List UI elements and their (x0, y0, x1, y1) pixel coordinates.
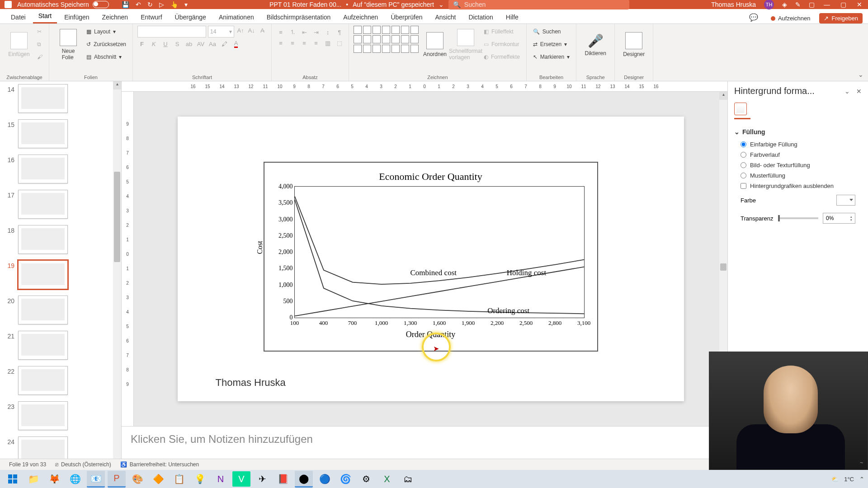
justify-icon[interactable]: ≡ (311, 38, 321, 47)
tab-animations[interactable]: Animationen (213, 11, 259, 23)
pen-icon[interactable]: ✎ (795, 1, 801, 8)
slide-canvas[interactable]: Economic Order Quantity Cost 05001,0001,… (134, 92, 727, 426)
shape-outline-button[interactable]: ▭Formkontur (482, 38, 522, 50)
window-icon[interactable]: ▢ (809, 1, 815, 8)
dictate-button[interactable]: 🎤Diktieren (581, 26, 610, 64)
weather-temp[interactable]: 1°C (844, 476, 854, 483)
tab-start[interactable]: Start (33, 9, 57, 23)
columns-icon[interactable]: ▥ (323, 38, 332, 47)
bullets-icon[interactable]: ≡ (276, 28, 285, 37)
new-slide-button[interactable]: Neue Folie (54, 26, 83, 64)
color-picker[interactable] (836, 195, 855, 206)
app-icon-5[interactable]: 📕 (274, 471, 292, 487)
tab-insert[interactable]: Einfügen (59, 11, 94, 23)
collapse-ribbon-icon[interactable]: ⌄ (858, 71, 863, 78)
arrange-button[interactable]: Anordnen (420, 26, 449, 64)
share-button[interactable]: ↗Freigeben (819, 13, 863, 23)
undo-icon[interactable]: ↶ (136, 1, 141, 8)
spacing-icon[interactable]: AV (196, 39, 205, 48)
vlc-icon[interactable]: 🔶 (149, 471, 167, 487)
tab-design[interactable]: Entwurf (135, 11, 167, 23)
copy-button[interactable]: ⧉ (35, 38, 44, 50)
comments-icon[interactable]: 💬 (745, 11, 762, 23)
firefox-icon[interactable]: 🦊 (45, 471, 63, 487)
status-slide-number[interactable]: Folie 19 von 33 (5, 461, 51, 468)
italic-icon[interactable]: K (149, 39, 158, 48)
diamond-icon[interactable]: ◈ (782, 1, 787, 8)
font-family-input[interactable] (137, 26, 206, 38)
smartart-icon[interactable]: ⬚ (335, 38, 344, 47)
slide-thumb-14[interactable]: 14 (4, 84, 112, 113)
slide-thumb-21[interactable]: 21 (4, 331, 112, 360)
pane-options-icon[interactable]: ⌄ (844, 88, 850, 95)
opt-hide-graphics[interactable]: Hintergrundgrafiken ausblenden (734, 181, 862, 191)
minimize-button[interactable]: — (823, 0, 831, 9)
user-avatar[interactable]: TH (764, 0, 774, 9)
transparency-input[interactable]: 0%▴▾ (823, 213, 855, 224)
powerpoint-icon[interactable]: P (108, 471, 126, 488)
section-button[interactable]: ▤Abschnitt▾ (85, 51, 128, 63)
app-icon-4[interactable]: V (232, 471, 250, 487)
highlight-icon[interactable]: 🖍 (220, 39, 229, 48)
pane-close-icon[interactable]: ✕ (856, 88, 862, 95)
app-icon-6[interactable]: 🔵 (316, 471, 334, 487)
maximize-button[interactable]: ▢ (839, 0, 847, 9)
settings-icon[interactable]: ⚙ (357, 471, 375, 487)
opt-solid-fill[interactable]: Einfarbige Füllung (734, 139, 862, 150)
case-icon[interactable]: Aa (208, 39, 217, 48)
paste-button[interactable]: Einfügen (5, 26, 33, 64)
outdent-icon[interactable]: ⇤ (300, 28, 309, 37)
tab-help[interactable]: Hilfe (500, 11, 524, 23)
font-color-icon[interactable]: A (231, 39, 241, 48)
slide-thumb-15[interactable]: 15 (4, 119, 112, 148)
opt-gradient-fill[interactable]: Farbverlauf (734, 150, 862, 160)
app-icon-3[interactable]: 💡 (191, 471, 209, 487)
underline-icon[interactable]: U (161, 39, 170, 48)
numbering-icon[interactable]: ⒈ (288, 28, 297, 37)
opt-picture-fill[interactable]: Bild- oder Texturfüllung (734, 160, 862, 170)
slide-thumb-19[interactable]: 19 (4, 260, 112, 289)
cut-button[interactable]: ✂ (35, 26, 44, 38)
scroll-thumb[interactable] (720, 263, 726, 271)
scroll-up-icon[interactable]: ▴ (719, 92, 727, 100)
tab-transitions[interactable]: Übergänge (170, 11, 212, 23)
obs-icon[interactable]: ⬤ (295, 471, 313, 488)
scroll-thumb[interactable] (114, 172, 120, 262)
search-box[interactable]: 🔍 Suchen (448, 0, 629, 9)
find-button[interactable]: 🔍Suchen (531, 26, 571, 38)
qat-more-icon[interactable]: ▾ (184, 1, 188, 8)
chrome-icon[interactable]: 🌐 (66, 471, 84, 487)
slide-thumb-22[interactable]: 22 (4, 366, 112, 395)
telegram-icon[interactable]: ✈ (253, 471, 271, 487)
layout-button[interactable]: ▦Layout▾ (85, 26, 128, 38)
close-button[interactable]: ✕ (855, 0, 863, 9)
slide-thumb-18[interactable]: 18 (4, 225, 112, 254)
start-button[interactable] (4, 471, 22, 487)
from-beginning-icon[interactable]: ▷ (159, 1, 164, 8)
excel-icon[interactable]: X (378, 471, 396, 487)
shapes-gallery[interactable] (354, 26, 419, 53)
clear-format-icon[interactable]: A̶ (258, 26, 267, 35)
explorer-icon[interactable]: 📁 (24, 471, 42, 487)
scroll-up-icon[interactable]: ▴ (113, 81, 121, 89)
align-right-icon[interactable]: ≡ (300, 38, 309, 47)
slide-thumb-16[interactable]: 16 (4, 155, 112, 183)
onenote-icon[interactable]: N (212, 471, 230, 487)
shrink-font-icon[interactable]: A↓ (247, 26, 256, 35)
thumbs-scrollbar[interactable]: ▴ ▾ (113, 81, 121, 473)
slide-thumb-17[interactable]: 17 (4, 190, 112, 219)
app-icon-8[interactable]: 🗂 (399, 471, 417, 487)
outlook-icon[interactable]: 📧 (87, 471, 105, 488)
tab-record[interactable]: Aufzeichnen (338, 11, 383, 23)
shape-effects-button[interactable]: ◐Formeffekte (482, 51, 522, 63)
save-icon[interactable]: 💾 (122, 1, 129, 8)
app-icon-1[interactable]: 🎨 (128, 471, 146, 487)
tab-review[interactable]: Überprüfen (385, 11, 428, 23)
tab-slideshow[interactable]: Bildschirmpräsentation (261, 11, 336, 23)
chevron-down-icon[interactable]: ⌄ (439, 1, 444, 8)
designer-button[interactable]: Designer (619, 26, 648, 64)
replace-button[interactable]: ⇄Ersetzen▾ (531, 38, 571, 50)
font-size-input[interactable]: 14▾ (208, 26, 234, 38)
bold-icon[interactable]: F (137, 39, 146, 48)
tray-expand-icon[interactable]: ⌃ (859, 476, 864, 483)
